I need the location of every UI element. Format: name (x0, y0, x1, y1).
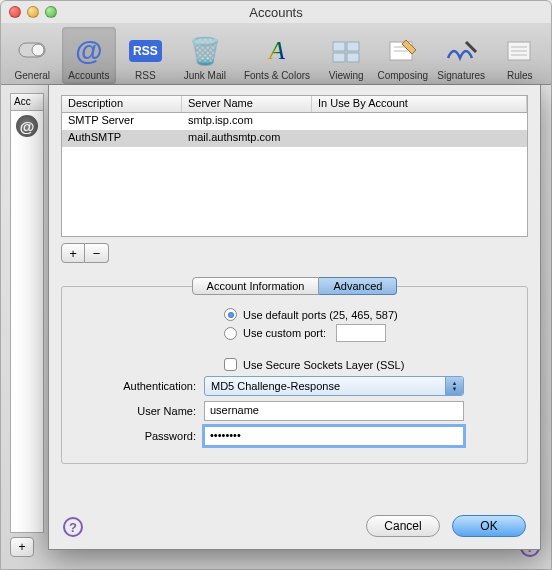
sheet-tabs: Account Information Advanced (49, 277, 540, 295)
custom-port-input[interactable] (336, 324, 386, 342)
preferences-window: Accounts General @ Accounts RSS RSS 🗑️ J… (0, 0, 552, 570)
rss-icon: RSS (128, 34, 162, 68)
cell-inuse (312, 130, 527, 147)
viewing-icon (329, 34, 363, 68)
fonts-icon: A (260, 34, 294, 68)
compose-icon (386, 34, 420, 68)
add-remove-server: + − (61, 243, 540, 263)
toolbar-label: General (14, 70, 50, 81)
add-account-button[interactable]: + (10, 537, 34, 557)
toolbar-viewing[interactable]: Viewing (319, 27, 374, 84)
toolbar-composing[interactable]: Composing (375, 27, 430, 84)
username-input[interactable]: username (204, 401, 464, 421)
col-server-name[interactable]: Server Name (182, 96, 312, 112)
toolbar-label: Fonts & Colors (244, 70, 310, 81)
window-title: Accounts (1, 5, 551, 20)
toolbar-label: Accounts (68, 70, 109, 81)
toolbar-label: Rules (507, 70, 533, 81)
toolbar-rss[interactable]: RSS RSS (118, 27, 173, 84)
rules-icon (503, 34, 537, 68)
junk-icon: 🗑️ (188, 34, 222, 68)
toolbar-label: Composing (377, 70, 428, 81)
cell-desc: SMTP Server (62, 113, 182, 130)
cell-server: smtp.isp.com (182, 113, 312, 130)
toolbar-general[interactable]: General (5, 27, 60, 84)
minimize-icon[interactable] (27, 6, 39, 18)
add-server-button[interactable]: + (61, 243, 85, 263)
tab-advanced[interactable]: Advanced (319, 277, 397, 295)
label-custom-port: Use custom port: (243, 327, 326, 339)
close-icon[interactable] (9, 6, 21, 18)
toolbar-label: Viewing (329, 70, 364, 81)
smtp-server-sheet: Description Server Name In Use By Accoun… (48, 85, 541, 550)
toolbar-label: RSS (135, 70, 156, 81)
radio-custom-port[interactable] (224, 327, 237, 340)
at-icon: @ (72, 34, 106, 68)
cancel-button[interactable]: Cancel (366, 515, 440, 537)
ok-button[interactable]: OK (452, 515, 526, 537)
smtp-servers-table: Description Server Name In Use By Accoun… (61, 95, 528, 237)
switch-icon (15, 34, 49, 68)
table-header: Description Server Name In Use By Accoun… (62, 96, 527, 113)
toolbar-signatures[interactable]: Signatures (432, 27, 490, 84)
label-username: User Name: (74, 405, 204, 417)
col-description[interactable]: Description (62, 96, 182, 112)
sheet-buttons: Cancel OK (366, 515, 526, 537)
cell-server: mail.authsmtp.com (182, 130, 312, 147)
table-row[interactable]: AuthSMTP mail.authsmtp.com (62, 130, 527, 147)
table-row[interactable]: SMTP Server smtp.isp.com (62, 113, 527, 130)
toolbar-label: Signatures (437, 70, 485, 81)
toolbar-label: Junk Mail (184, 70, 226, 81)
svg-rect-4 (333, 53, 345, 62)
zoom-icon[interactable] (45, 6, 57, 18)
remove-server-button[interactable]: − (85, 243, 109, 263)
advanced-panel: Use default ports (25, 465, 587) Use cus… (61, 286, 528, 464)
password-input[interactable]: •••••••• (204, 426, 464, 446)
cell-inuse (312, 113, 527, 130)
signature-icon (444, 34, 478, 68)
authentication-value: MD5 Challenge-Response (211, 380, 340, 392)
toolbar-junk-mail[interactable]: 🗑️ Junk Mail (175, 27, 235, 84)
toolbar-fonts-colors[interactable]: A Fonts & Colors (237, 27, 317, 84)
checkbox-ssl[interactable] (224, 358, 237, 371)
authentication-select[interactable]: MD5 Challenge-Response ▲▼ (204, 376, 464, 396)
svg-point-1 (32, 44, 44, 56)
cell-desc: AuthSMTP (62, 130, 182, 147)
sidebar-header: Acc (11, 94, 43, 111)
help-icon[interactable]: ? (63, 517, 83, 537)
col-inuse[interactable]: In Use By Account (312, 96, 527, 112)
label-password: Password: (74, 430, 204, 442)
accounts-sidebar: Acc @ (10, 93, 44, 533)
chevron-updown-icon: ▲▼ (445, 377, 463, 395)
toolbar-rules[interactable]: Rules (492, 27, 547, 84)
svg-rect-5 (347, 53, 359, 62)
svg-rect-3 (347, 42, 359, 51)
account-at-icon[interactable]: @ (16, 115, 38, 137)
radio-default-ports[interactable] (224, 308, 237, 321)
titlebar: Accounts (1, 1, 551, 23)
label-default-ports: Use default ports (25, 465, 587) (243, 309, 398, 321)
label-ssl: Use Secure Sockets Layer (SSL) (243, 359, 404, 371)
tab-account-information[interactable]: Account Information (192, 277, 320, 295)
preferences-toolbar: General @ Accounts RSS RSS 🗑️ Junk Mail … (1, 23, 551, 85)
svg-rect-2 (333, 42, 345, 51)
label-authentication: Authentication: (74, 380, 204, 392)
main-area: Acc @ + ? Description Server Name In Use… (1, 85, 551, 569)
toolbar-accounts[interactable]: @ Accounts (62, 27, 117, 84)
